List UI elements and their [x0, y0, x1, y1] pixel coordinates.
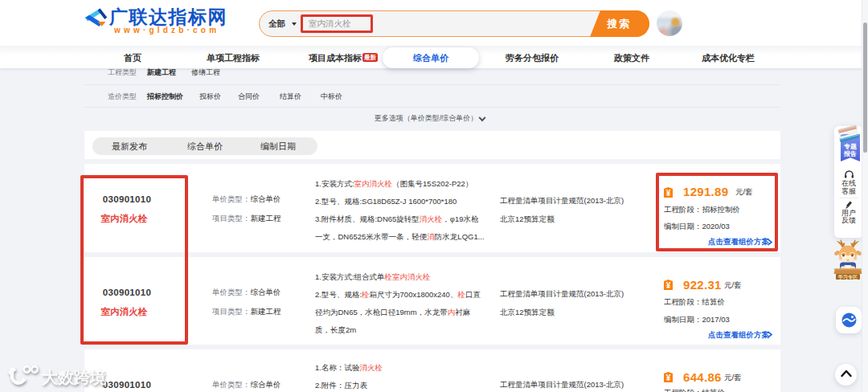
svg-text:¥: ¥ — [666, 374, 671, 382]
svg-text:大数跨境: 大数跨境 — [42, 369, 106, 386]
svg-text:学习专区: 学习专区 — [838, 274, 858, 280]
svg-text:¥: ¥ — [666, 281, 671, 290]
